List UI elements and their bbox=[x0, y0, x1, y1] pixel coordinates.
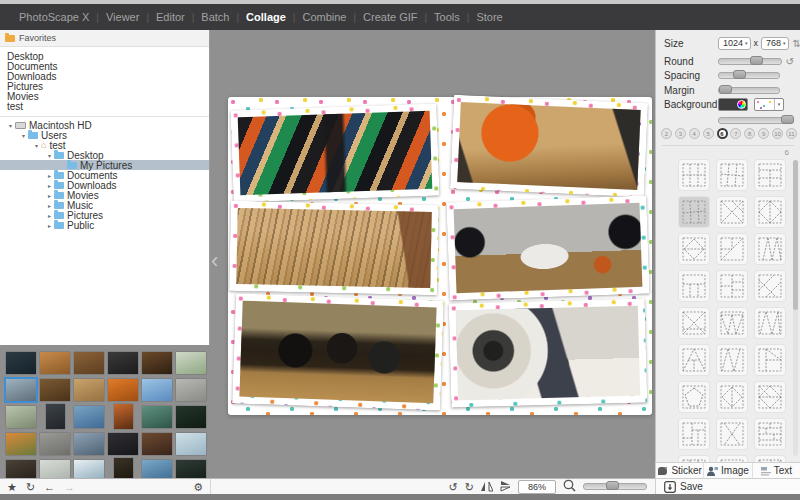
template-tile[interactable] bbox=[755, 308, 785, 338]
tree-item-public[interactable]: ▸Public bbox=[0, 220, 209, 230]
template-tile[interactable] bbox=[755, 382, 785, 412]
zoom-level-value[interactable]: 86% bbox=[518, 480, 556, 494]
template-tile[interactable] bbox=[755, 345, 785, 375]
rotate-right-icon[interactable]: ↻ bbox=[465, 480, 474, 494]
back-icon[interactable]: ← bbox=[44, 480, 55, 494]
template-tile[interactable] bbox=[717, 419, 747, 449]
tree-item-movies[interactable]: ▸Movies bbox=[0, 190, 209, 200]
disclosure-right-icon[interactable]: ▸ bbox=[45, 202, 54, 209]
zoom-actual-size-icon[interactable] bbox=[563, 478, 576, 496]
collage-photo-clothes-hangers[interactable] bbox=[230, 103, 439, 202]
thumbnail[interactable] bbox=[40, 379, 70, 401]
thumbnail[interactable] bbox=[176, 379, 206, 401]
collage-photo-speaker-workspace[interactable] bbox=[449, 298, 648, 407]
disclosure-right-icon[interactable]: ▸ bbox=[45, 172, 54, 179]
tree-item-music[interactable]: ▸Music bbox=[0, 200, 209, 210]
template-tile[interactable] bbox=[755, 160, 785, 190]
piece-count-11[interactable]: 11 bbox=[786, 128, 797, 139]
slider-thumb[interactable] bbox=[733, 70, 746, 79]
piece-count-10[interactable]: 10 bbox=[772, 128, 783, 139]
disclosure-right-icon[interactable]: ▸ bbox=[45, 192, 54, 199]
template-tile[interactable] bbox=[679, 308, 709, 338]
thumbnail[interactable] bbox=[74, 379, 104, 401]
thumbnail[interactable] bbox=[74, 352, 104, 374]
thumbnail[interactable] bbox=[142, 460, 172, 479]
menu-item-photoscape-x[interactable]: PhotoScape X bbox=[12, 11, 96, 23]
disclosure-down-icon[interactable]: ▾ bbox=[6, 122, 15, 129]
thumbnail[interactable] bbox=[6, 352, 36, 374]
disclosure-right-icon[interactable]: ▸ bbox=[45, 212, 54, 219]
template-tile[interactable] bbox=[755, 271, 785, 301]
menu-item-viewer[interactable]: Viewer bbox=[99, 11, 146, 23]
forward-icon[interactable]: → bbox=[64, 480, 75, 494]
template-tile[interactable] bbox=[679, 234, 709, 264]
zoom-slider[interactable] bbox=[583, 483, 647, 490]
collage[interactable] bbox=[228, 97, 652, 415]
template-tile[interactable] bbox=[717, 197, 747, 227]
swap-dimensions-icon[interactable]: ⇅ bbox=[793, 38, 800, 49]
tree-item-pictures[interactable]: ▸Pictures bbox=[0, 210, 209, 220]
disclosure-right-icon[interactable]: ▸ bbox=[45, 222, 54, 229]
menu-item-batch[interactable]: Batch bbox=[194, 11, 236, 23]
piece-count-9[interactable]: 9 bbox=[758, 128, 769, 139]
tree-item-macintosh-hd[interactable]: ▾Macintosh HD bbox=[0, 120, 209, 130]
disclosure-down-icon[interactable]: ▾ bbox=[32, 142, 41, 149]
collage-photo-wooden-pencils[interactable] bbox=[229, 201, 439, 295]
pattern-scale-slider[interactable] bbox=[718, 117, 794, 124]
thumbnail[interactable] bbox=[40, 352, 70, 374]
piece-count-5[interactable]: 5 bbox=[703, 128, 714, 139]
thumbnail-selected[interactable] bbox=[6, 379, 36, 401]
template-tile[interactable] bbox=[717, 160, 747, 190]
slider-thumb[interactable] bbox=[781, 115, 794, 124]
refresh-icon[interactable]: ↻ bbox=[26, 480, 35, 494]
size-width-select[interactable]: 1024 ▾ bbox=[718, 37, 751, 50]
piece-count-3[interactable]: 3 bbox=[675, 128, 686, 139]
slider-thumb[interactable] bbox=[750, 56, 763, 65]
margin-slider[interactable] bbox=[718, 87, 780, 94]
thumbnail[interactable] bbox=[74, 406, 104, 428]
spacing-slider[interactable] bbox=[718, 72, 780, 79]
template-tile[interactable] bbox=[717, 382, 747, 412]
background-color-swatch[interactable] bbox=[718, 98, 748, 111]
menu-item-collage[interactable]: Collage bbox=[239, 11, 293, 23]
template-tile[interactable] bbox=[717, 234, 747, 264]
slider-thumb[interactable] bbox=[719, 85, 732, 94]
menu-item-store[interactable]: Store bbox=[469, 11, 509, 23]
slider-thumb[interactable] bbox=[606, 481, 619, 490]
tree-item-downloads[interactable]: ▸Downloads bbox=[0, 180, 209, 190]
thumbnail[interactable] bbox=[74, 460, 104, 479]
template-tile[interactable] bbox=[717, 345, 747, 375]
template-tile[interactable] bbox=[755, 197, 785, 227]
thumbnail[interactable] bbox=[142, 352, 172, 374]
collage-photo-orange-chair-desk[interactable] bbox=[450, 95, 648, 197]
tree-item-documents[interactable]: ▸Documents bbox=[0, 170, 209, 180]
tree-item-my-pictures[interactable]: My Pictures bbox=[0, 160, 209, 170]
piece-count-6[interactable]: 6 bbox=[717, 128, 728, 139]
thumbnail[interactable] bbox=[142, 406, 172, 428]
text-button[interactable]: Text bbox=[753, 463, 800, 478]
disclosure-right-icon[interactable]: ▸ bbox=[45, 182, 54, 189]
thumbnail[interactable] bbox=[114, 404, 133, 429]
scrollbar-thumb[interactable] bbox=[793, 160, 798, 310]
thumbnail[interactable] bbox=[108, 433, 138, 455]
menu-item-create-gif[interactable]: Create GIF bbox=[356, 11, 424, 23]
piece-count-2[interactable]: 2 bbox=[661, 128, 672, 139]
sidebar-collapse-icon[interactable]: ‹ bbox=[211, 250, 218, 272]
tree-item-desktop[interactable]: ▾Desktop bbox=[0, 150, 209, 160]
thumbnail[interactable] bbox=[176, 406, 206, 428]
menu-item-tools[interactable]: Tools bbox=[427, 11, 467, 23]
menu-item-combine[interactable]: Combine bbox=[295, 11, 353, 23]
disclosure-down-icon[interactable]: ▾ bbox=[45, 152, 54, 159]
thumbnail[interactable] bbox=[108, 379, 138, 401]
gear-icon[interactable]: ⚙ bbox=[193, 480, 203, 494]
background-pattern-select[interactable]: ▾ bbox=[754, 98, 784, 111]
thumbnail[interactable] bbox=[142, 433, 172, 455]
favorites-item-movies[interactable]: Movies bbox=[7, 92, 209, 102]
favorite-star-icon[interactable]: ★ bbox=[7, 480, 17, 494]
piece-count-7[interactable]: 7 bbox=[730, 128, 741, 139]
thumbnail[interactable] bbox=[40, 433, 70, 455]
save-button[interactable]: Save bbox=[680, 481, 703, 492]
template-scrollbar[interactable] bbox=[793, 160, 798, 456]
template-tile[interactable] bbox=[717, 308, 747, 338]
thumbnail[interactable] bbox=[40, 460, 70, 479]
